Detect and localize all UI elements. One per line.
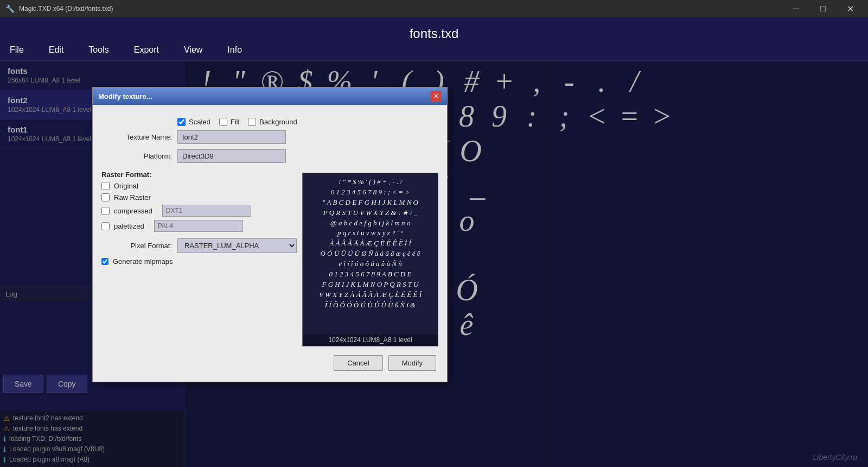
preview-info-label: 1024x1024 LUM8_A8 1 level xyxy=(303,334,438,346)
app-icon: 🔧 xyxy=(5,4,15,13)
pixel-format-label: Pixel Format: xyxy=(101,242,172,250)
menu-info[interactable]: Info xyxy=(223,43,246,57)
raster-raw: Raw Raster xyxy=(101,193,297,201)
dialog-preview-container: ! " * $ % ' ( ) # + , - . / 0 1 2 3 4 5 … xyxy=(302,168,438,351)
maximize-button[interactable]: □ xyxy=(810,0,835,17)
pixel-format-select[interactable]: RASTER_LUM_ALPHA xyxy=(177,238,297,253)
window-controls: ─ □ ✕ xyxy=(783,0,863,17)
compressed-checkbox[interactable] xyxy=(101,207,110,215)
generate-mipmaps-label: Generate mipmaps xyxy=(113,257,173,266)
preview-row-1: ! " * $ % ' ( ) # + , - . / xyxy=(307,178,433,187)
preview-row-9: ë ì í î ó ö ô ú ü û ù Ñ ñ xyxy=(307,260,433,269)
preview-row-11: F G H I J K L M N O P Q R S T U xyxy=(307,280,433,289)
menu-export[interactable]: Export xyxy=(130,43,163,57)
generate-mipmaps-checkbox[interactable] xyxy=(101,258,108,265)
background-label: Background xyxy=(259,118,297,126)
dialog-close-button[interactable]: ✕ xyxy=(431,91,442,102)
texture-name-label: Texture Name: xyxy=(101,133,172,141)
preview-row-6: p q r s t u v w x y z ? ' ° xyxy=(307,229,433,238)
raster-options: Original Raw Raster compressed xyxy=(101,182,297,232)
scaled-label: Scaled xyxy=(189,118,210,126)
background-checkbox-label[interactable]: Background xyxy=(248,118,297,126)
original-checkbox[interactable] xyxy=(101,182,110,190)
menu-edit[interactable]: Edit xyxy=(44,43,68,57)
menubar: File Edit Tools Export View Info xyxy=(0,39,868,61)
minimize-button[interactable]: ─ xyxy=(783,0,808,17)
background-checkbox[interactable] xyxy=(248,118,256,126)
cancel-button[interactable]: Cancel xyxy=(334,355,382,371)
preview-row-13: Ï Ï Ö Ô Ó Ò Ú Ù Û Û Ü ß Ñ ï & xyxy=(307,301,433,310)
dialog-title: Modify texture... xyxy=(98,92,152,100)
preview-row-12: V W X Y Z À Á Â Ã Ä Æ Ç È É Ê Ë Î xyxy=(307,291,433,300)
menu-view[interactable]: View xyxy=(180,43,207,57)
fill-label: Fill xyxy=(231,118,240,126)
pixel-format-row: Pixel Format: RASTER_LUM_ALPHA xyxy=(101,238,297,253)
preview-row-4: P Q R S T U V W X Y Z & \ ★ i _ xyxy=(307,209,433,218)
raster-format-label: Raster Format: xyxy=(101,171,297,179)
texture-name-input[interactable] xyxy=(177,130,286,144)
preview-row-5: @ a b c d e f g h i j k l m n o xyxy=(307,219,433,228)
preview-row-3: " A B C D E F G H I J K L M N O xyxy=(307,198,433,207)
top-checkboxes-area: Scaled Fill Background xyxy=(101,113,438,130)
platform-input[interactable] xyxy=(177,149,286,163)
close-button[interactable]: ✕ xyxy=(838,0,863,17)
fill-checkbox-label[interactable]: Fill xyxy=(219,118,240,126)
titlebar: 🔧 Magic.TXD x64 (D:/txd/fonts.txd) ─ □ ✕ xyxy=(0,0,868,17)
generate-mipmaps-row: Generate mipmaps xyxy=(101,257,297,266)
raster-format-section: Raster Format: Original Raw Raster co xyxy=(101,168,297,234)
raw-raster-label: Raw Raster xyxy=(114,193,151,201)
dialog-bottom-actions: Cancel Modify xyxy=(101,351,438,373)
texture-name-row: Texture Name: xyxy=(101,130,438,144)
compressed-input[interactable] xyxy=(162,205,251,217)
preview-row-7: À Á Â Ã Ä Å Æ Ç È É Ê Ë Ì Í xyxy=(307,239,433,248)
dialog-titlebar: Modify texture... ✕ xyxy=(93,87,447,105)
platform-row: Platform: xyxy=(101,149,438,163)
dialog-action-buttons: Cancel Modify xyxy=(334,355,436,371)
raster-compressed: compressed xyxy=(101,205,297,217)
dialog-main-content: Raster Format: Original Raw Raster co xyxy=(101,168,438,351)
modify-button[interactable]: Modify xyxy=(388,355,436,371)
fill-checkbox[interactable] xyxy=(219,118,227,126)
titlebar-title: Magic.TXD x64 (D:/txd/fonts.txd) xyxy=(19,5,113,12)
scaled-checkbox[interactable] xyxy=(177,118,186,126)
raw-raster-checkbox[interactable] xyxy=(101,193,110,201)
preview-row-10: 0 1 2 3 4 5 6 7 8 9 A B C D E xyxy=(307,270,433,279)
dialog-form: Raster Format: Original Raw Raster co xyxy=(101,168,297,351)
palettized-label: palettized xyxy=(114,222,144,230)
palettized-input[interactable] xyxy=(154,220,243,232)
scaled-checkbox-label[interactable]: Scaled xyxy=(177,118,210,126)
preview-glyphs-area: ! " * $ % ' ( ) # + , - . / 0 1 2 3 4 5 … xyxy=(303,173,438,334)
raster-original: Original xyxy=(101,182,297,190)
dialog-preview: ! " * $ % ' ( ) # + , - . / 0 1 2 3 4 5 … xyxy=(302,173,438,346)
compressed-label: compressed xyxy=(114,207,152,215)
preview-row-2: 0 1 2 3 4 5 6 7 8 9 : ; < = > xyxy=(307,188,433,197)
original-label: Original xyxy=(114,182,138,190)
menu-file[interactable]: File xyxy=(5,43,28,57)
platform-label: Platform: xyxy=(101,152,172,160)
menu-tools[interactable]: Tools xyxy=(84,43,113,57)
modify-texture-dialog: Modify texture... ✕ Scaled Fill Backgrou… xyxy=(92,87,448,382)
preview-row-8: Ö Ó Ü Û Ú Ù Ø Ñ à á â ã æ ç è é ê xyxy=(307,249,433,258)
dialog-body: Scaled Fill Background Texture Name: Pla… xyxy=(93,105,447,382)
palettized-checkbox[interactable] xyxy=(101,222,110,230)
raster-palettized: palettized xyxy=(101,220,297,232)
